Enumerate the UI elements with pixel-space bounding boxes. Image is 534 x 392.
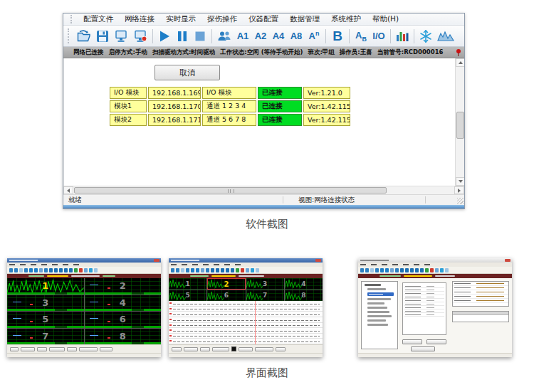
- channel-an-button[interactable]: An: [305, 27, 323, 46]
- mini-toolbar-icon[interactable]: [84, 268, 88, 272]
- mini-toolbar-icon[interactable]: [74, 268, 78, 272]
- mini-toolbar-icon[interactable]: [405, 268, 409, 272]
- waveform-cell[interactable]: 4: [285, 278, 323, 290]
- resize-grip[interactable]: [457, 198, 464, 204]
- waveform-panel[interactable]: 1: [7, 278, 84, 295]
- horizontal-scrollbar[interactable]: [63, 186, 464, 194]
- mini-toolbar-icon[interactable]: [420, 268, 424, 272]
- menu-item[interactable]: 系统维护: [326, 14, 366, 25]
- tree-item[interactable]: [367, 302, 384, 304]
- mini-toolbar-icon[interactable]: [256, 268, 259, 272]
- network-connect-button[interactable]: [112, 27, 130, 46]
- menu-item[interactable]: 配置文件: [78, 14, 118, 25]
- waveform-cell[interactable]: 6: [207, 290, 245, 302]
- mini-close-button[interactable]: [315, 259, 321, 262]
- mini-toolbar-icon[interactable]: [69, 268, 73, 272]
- config-button[interactable]: [411, 346, 435, 351]
- menu-item[interactable]: 帮助(H): [367, 14, 404, 25]
- config-button[interactable]: [402, 339, 422, 344]
- mini-toolbar-icon[interactable]: [440, 268, 444, 272]
- mini-control[interactable]: [255, 347, 273, 351]
- mini-toolbar-icon[interactable]: [425, 268, 429, 272]
- mini-toolbar-icon[interactable]: [79, 268, 83, 272]
- mini-toolbar-icon[interactable]: [94, 268, 98, 272]
- cancel-button[interactable]: 取消: [155, 65, 220, 80]
- tree-item[interactable]: [367, 298, 391, 300]
- mini-toolbar-icon[interactable]: [360, 268, 364, 272]
- mini-toolbar-icon[interactable]: [365, 268, 369, 272]
- waveform-cell[interactable]: 1: [169, 278, 206, 290]
- tree-item[interactable]: [367, 292, 394, 296]
- mini-toolbar-icon[interactable]: [64, 268, 68, 272]
- mini-toolbar-icon[interactable]: [380, 268, 384, 272]
- bar-chart-button[interactable]: [394, 27, 411, 46]
- vertical-scrollbar[interactable]: [455, 58, 464, 186]
- mini-toolbar-icon[interactable]: [435, 268, 439, 272]
- mini-toolbar-icon[interactable]: [181, 268, 184, 272]
- tree-item[interactable]: [367, 315, 392, 317]
- mini-toolbar-icon[interactable]: [385, 268, 389, 272]
- mini-toolbar-icon[interactable]: [176, 268, 179, 272]
- operators-button[interactable]: [215, 27, 234, 46]
- mini-toolbar-icon[interactable]: [445, 268, 449, 272]
- waveform-cell[interactable]: 5: [169, 290, 206, 302]
- stop-button[interactable]: [192, 27, 209, 46]
- scroll-up-arrow[interactable]: [456, 58, 464, 67]
- mini-toolbar-icon[interactable]: [59, 268, 63, 272]
- channel-a8-button[interactable]: A8: [288, 27, 305, 46]
- mini-control[interactable]: [67, 347, 77, 351]
- mini-toolbar-icon[interactable]: [370, 268, 374, 272]
- save-button[interactable]: [94, 27, 111, 46]
- mini-control[interactable]: [37, 347, 47, 351]
- channel-a1-button[interactable]: A1: [234, 27, 251, 46]
- mini-toolbar-icon[interactable]: [430, 268, 434, 272]
- mini-toolbar-icon[interactable]: [54, 268, 58, 272]
- mini-toolbar-icon[interactable]: [34, 268, 38, 272]
- mini-control[interactable]: [184, 347, 198, 351]
- mini-control[interactable]: [239, 347, 253, 351]
- tree-item[interactable]: [367, 307, 387, 309]
- mini-toolbar-icon[interactable]: [415, 268, 419, 272]
- mini-control[interactable]: [49, 347, 65, 351]
- open-button[interactable]: [75, 27, 93, 46]
- config-properties-panel[interactable]: [452, 281, 509, 307]
- mini-toolbar-icon[interactable]: [400, 268, 404, 272]
- waveform-cell[interactable]: 2: [207, 278, 245, 290]
- io-button[interactable]: I/O: [370, 27, 387, 46]
- waveform-panel[interactable]: 3: [7, 295, 84, 312]
- mini-toolbar-icon[interactable]: [236, 268, 239, 272]
- start-button[interactable]: [156, 27, 173, 46]
- menu-item[interactable]: 实时显示: [161, 14, 201, 25]
- mini-toolbar-icon[interactable]: [231, 268, 234, 272]
- waveform-panel[interactable]: 5: [7, 312, 84, 328]
- horizontal-scroll-thumb[interactable]: [74, 187, 387, 194]
- mini-toolbar-icon[interactable]: [251, 268, 254, 272]
- mini-toolbar-icon[interactable]: [246, 268, 249, 272]
- mini-toolbar-icon[interactable]: [186, 268, 189, 272]
- mini-control[interactable]: [212, 347, 229, 351]
- menu-item[interactable]: 网络连接: [120, 14, 159, 25]
- table-row[interactable]: 模块1192.168.1.170通道 1 2 3 4已连接Ver:1.42.11…: [110, 100, 350, 112]
- mini-control[interactable]: [21, 347, 35, 351]
- mini-control[interactable]: [200, 347, 210, 351]
- config-tree-panel[interactable]: [361, 281, 398, 349]
- mini-toolbar-icon[interactable]: [390, 268, 394, 272]
- channel-a4-button[interactable]: A4: [270, 27, 287, 46]
- waveform-panel[interactable]: 6: [85, 312, 162, 328]
- menu-item[interactable]: 仪器配置: [244, 14, 283, 25]
- mini-toolbar-icon[interactable]: [49, 268, 53, 272]
- mini-toolbar-icon[interactable]: [206, 268, 209, 272]
- waveform-panel[interactable]: 2: [85, 278, 162, 295]
- waveform-panel[interactable]: 4: [85, 295, 162, 312]
- mini-toolbar-icon[interactable]: [211, 268, 214, 272]
- freeze-button[interactable]: [417, 27, 434, 46]
- mini-toolbar-icon[interactable]: [216, 268, 219, 272]
- table-row[interactable]: 模块2192.168.1.171通道 5 6 7 8已连接Ver:1.42.11…: [110, 114, 350, 126]
- tree-item[interactable]: [367, 319, 386, 322]
- mini-toolbar-icon[interactable]: [241, 268, 244, 272]
- mini-toolbar-icon[interactable]: [221, 268, 224, 272]
- mini-control[interactable]: [10, 347, 19, 351]
- mini-toolbar-icon[interactable]: [44, 268, 48, 272]
- color-swatch[interactable]: [231, 346, 236, 351]
- pause-button[interactable]: [174, 27, 191, 46]
